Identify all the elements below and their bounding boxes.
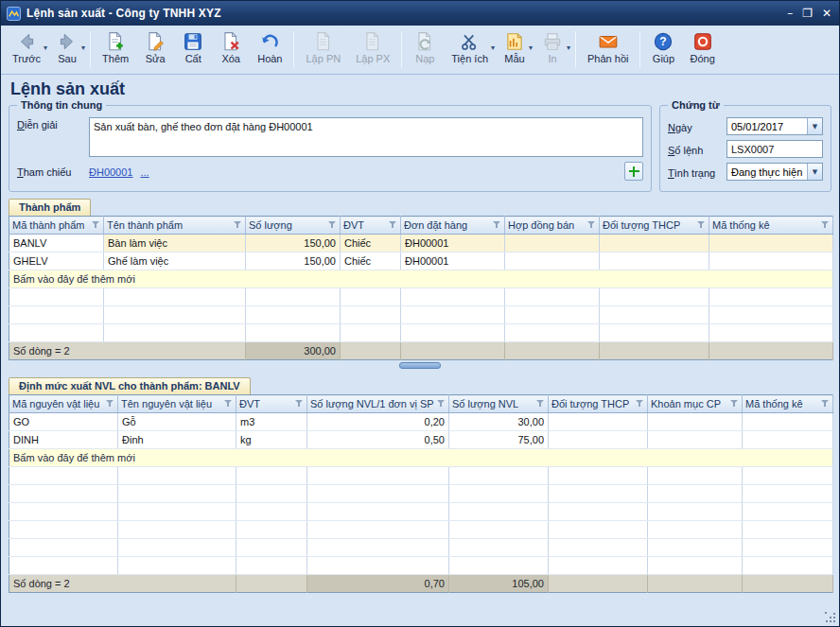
grid-cell[interactable]: ĐH00001 [401, 235, 505, 253]
column-header[interactable]: Mã nguyên vật liệu [9, 395, 118, 413]
grid-cell[interactable] [236, 467, 307, 485]
grid-cell[interactable]: 75,00 [449, 431, 549, 449]
grid-cell[interactable]: BANLV [9, 235, 104, 253]
grid-cell[interactable] [549, 521, 648, 539]
filter-icon[interactable] [295, 400, 304, 408]
back-dropdown-icon[interactable]: ▾ [44, 44, 47, 52]
grid-cell[interactable]: Chiếc [341, 235, 401, 253]
filter-icon[interactable] [234, 221, 242, 229]
filter-icon[interactable] [587, 221, 596, 229]
grid-cell[interactable] [505, 306, 600, 324]
grid-cell[interactable] [118, 521, 236, 539]
close-icon[interactable]: ✕ [822, 8, 831, 19]
grid-cell[interactable]: DINH [9, 431, 118, 449]
grid-cell[interactable] [600, 324, 709, 342]
grid-cell[interactable] [246, 306, 341, 324]
grid-cell[interactable]: 30,00 [449, 413, 549, 431]
grid-cell[interactable] [236, 521, 307, 539]
grid-cell[interactable] [648, 539, 743, 557]
grid-cell[interactable] [307, 485, 449, 503]
minimize-icon[interactable]: – [787, 8, 793, 19]
grid-cell[interactable]: 0,20 [307, 413, 449, 431]
grid-cell[interactable] [600, 253, 709, 270]
status-select[interactable]: Đang thực hiện ▼ [726, 163, 823, 181]
filter-icon[interactable] [493, 221, 501, 229]
splitter-handle[interactable] [399, 362, 441, 369]
order-number-field[interactable]: LSX0007 [726, 140, 823, 158]
grid-cell[interactable] [118, 503, 236, 521]
grid-cell[interactable] [709, 235, 833, 253]
grid-cell[interactable] [600, 306, 709, 324]
reference-link[interactable]: ĐH00001 [89, 165, 132, 178]
grid-cell[interactable]: GO [9, 413, 118, 431]
filter-icon[interactable] [328, 221, 337, 229]
filter-icon[interactable] [730, 400, 739, 408]
grid-cell[interactable] [709, 288, 833, 306]
grid-cell[interactable] [549, 431, 648, 449]
grid-cell[interactable]: GHELV [9, 253, 104, 270]
column-header[interactable]: ĐVT [341, 217, 401, 235]
column-header[interactable]: Đối tượng THCP [549, 395, 648, 413]
column-header[interactable]: Hợp đồng bán [505, 217, 600, 235]
grid-cell[interactable] [307, 539, 449, 557]
column-header[interactable]: Mã thành phẩm [9, 217, 104, 235]
grid-cell[interactable]: ĐH00001 [401, 253, 505, 270]
column-header[interactable]: Số lượng NVL/1 đơn vị SP [307, 395, 449, 413]
grid-cell[interactable] [648, 503, 743, 521]
grid-cell[interactable] [648, 413, 743, 431]
close-window-button[interactable]: Đóng [682, 27, 722, 72]
grid-cell[interactable] [505, 288, 600, 306]
column-header[interactable]: Mã thống kê [709, 217, 833, 235]
filter-icon[interactable] [536, 400, 545, 408]
add-new-row[interactable]: Bấm vào đây để thêm mới [9, 449, 833, 467]
grid-cell[interactable]: kg [236, 431, 307, 449]
column-header[interactable]: Số lượng [246, 217, 341, 235]
grid-cell[interactable] [401, 324, 505, 342]
grid-cell[interactable]: Chiếc [341, 253, 401, 270]
grid-cell[interactable] [104, 306, 246, 324]
grid-cell[interactable] [307, 521, 449, 539]
filter-icon[interactable] [224, 400, 233, 408]
column-header[interactable]: Mã thống kê [743, 395, 833, 413]
grid-cell[interactable] [341, 306, 401, 324]
grid-cell[interactable] [648, 521, 743, 539]
grid-cell[interactable] [743, 503, 833, 521]
column-header[interactable]: Đơn đặt hàng [401, 217, 505, 235]
column-header[interactable]: Đối tượng THCP [600, 217, 709, 235]
grid-cell[interactable] [549, 539, 648, 557]
filter-icon[interactable] [821, 221, 830, 229]
grid-cell[interactable] [118, 539, 236, 557]
date-picker[interactable]: 05/01/2017 ▼ [726, 117, 823, 135]
grid-cell[interactable] [341, 288, 401, 306]
grid-cell[interactable] [9, 306, 104, 324]
template-dropdown-icon[interactable]: ▾ [529, 44, 533, 52]
grid-cell[interactable] [236, 539, 307, 557]
grid-cell[interactable] [648, 431, 743, 449]
filter-icon[interactable] [636, 400, 644, 408]
grid-cell[interactable] [449, 467, 549, 485]
grid-cell[interactable] [9, 467, 118, 485]
grid-cell[interactable]: 0,50 [307, 431, 449, 449]
grid-cell[interactable] [246, 288, 341, 306]
grid-cell[interactable] [307, 467, 449, 485]
grid-cell[interactable] [648, 467, 743, 485]
grid-cell[interactable] [743, 557, 833, 575]
grid-cell[interactable] [648, 485, 743, 503]
grid-cell[interactable]: Ghế làm việc [104, 253, 246, 270]
tab-thanh-pham[interactable]: Thành phẩm [9, 199, 91, 216]
filter-icon[interactable] [821, 400, 830, 408]
grid-cell[interactable] [9, 485, 118, 503]
grid-cell[interactable] [600, 235, 709, 253]
save-button[interactable]: Cất [174, 27, 212, 72]
grid-cell[interactable]: Gỗ [118, 413, 236, 431]
grid-cell[interactable] [236, 557, 307, 575]
grid-cell[interactable] [549, 413, 648, 431]
grid-cell[interactable] [307, 503, 449, 521]
grid-cell[interactable]: Đinh [118, 431, 236, 449]
feedback-button[interactable]: Phản hồi [580, 27, 636, 72]
grid-cell[interactable]: 150,00 [246, 235, 341, 253]
utilities-dropdown-icon[interactable]: ▾ [491, 44, 495, 52]
edit-button[interactable]: Sửa [136, 27, 174, 72]
grid-cell[interactable] [505, 235, 600, 253]
grid-cell[interactable] [9, 521, 118, 539]
